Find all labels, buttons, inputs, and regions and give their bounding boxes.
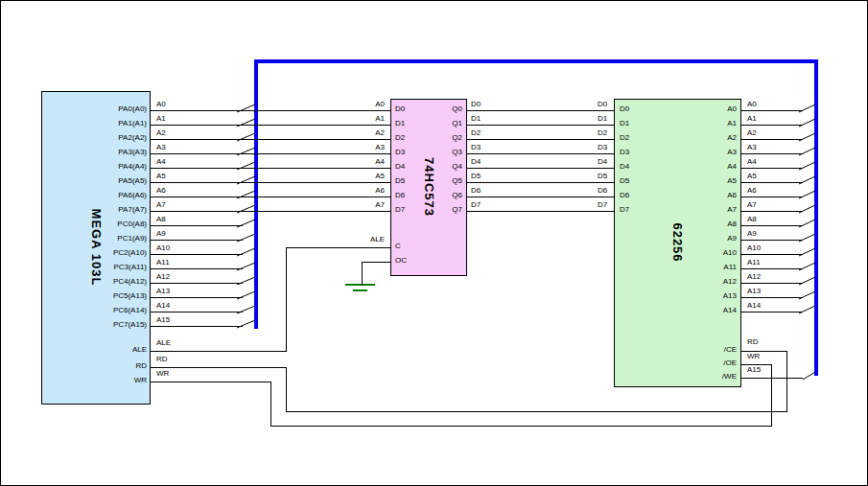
wire-label: A3 <box>747 144 757 151</box>
wire-label: A2 <box>747 129 757 137</box>
wire-label: A4 <box>156 158 166 166</box>
wire-label: D5 <box>598 173 607 180</box>
wire <box>151 211 390 212</box>
wire <box>151 268 243 269</box>
pin-label: PC7(A15) <box>70 321 147 329</box>
wire-label: A9 <box>747 230 757 238</box>
pin-label: A13 <box>660 292 737 300</box>
wire-label: D1 <box>471 115 481 123</box>
wire-label: D0 <box>598 101 607 108</box>
wire-label: D7 <box>471 201 481 209</box>
wire <box>741 268 803 269</box>
wire-label: A10 <box>156 244 170 252</box>
wire <box>741 168 803 169</box>
wire-label: A15 <box>156 316 170 324</box>
pin-label: Q1 <box>386 120 462 127</box>
wire <box>151 197 390 197</box>
wire-label: RD <box>747 338 759 346</box>
wire <box>741 110 803 111</box>
wire-label: A11 <box>156 259 170 266</box>
wire-label: RD <box>156 356 168 363</box>
wire-label: A4 <box>308 158 385 166</box>
wire <box>151 351 287 352</box>
wire <box>151 382 270 382</box>
pin-label: PA7(A7) <box>70 206 147 214</box>
wire-label: D2 <box>471 129 481 137</box>
wire <box>467 125 614 126</box>
pin-label: ALE <box>70 346 147 354</box>
schematic-canvas: MEGA 103LPA0(A0)PA1(A1)PA2(A2)PA3(A3)PA4… <box>0 0 868 486</box>
pin-label: PC2(A10) <box>70 249 147 257</box>
wire <box>741 240 803 241</box>
pin-label: A2 <box>660 134 737 142</box>
pin-label: A7 <box>660 206 737 214</box>
wire-label: WR <box>156 370 169 378</box>
pin-label: Q6 <box>386 192 462 199</box>
wire <box>286 247 391 248</box>
wire-label: A8 <box>747 216 757 223</box>
wire-label: A13 <box>156 288 170 295</box>
pin-label: A10 <box>660 249 737 257</box>
pin-label: /OE <box>660 359 737 367</box>
wire-label: A1 <box>747 115 757 123</box>
wire <box>741 378 803 379</box>
pin-label: A8 <box>660 220 737 228</box>
pin-label: OC <box>395 257 407 265</box>
wire <box>362 262 363 286</box>
wire-label: A0 <box>156 101 166 108</box>
pin-label: A11 <box>660 264 737 271</box>
wire <box>362 262 391 263</box>
pin-label: A6 <box>660 192 737 199</box>
pin-label: Q5 <box>386 177 462 185</box>
pin-label: D3 <box>620 149 629 156</box>
wire-label: A11 <box>747 259 761 266</box>
pin-label: /WE <box>660 373 737 381</box>
wire <box>786 351 787 412</box>
wire <box>286 367 287 412</box>
wire <box>467 110 614 111</box>
wire-label: A8 <box>156 216 166 223</box>
wire-label: A6 <box>156 187 166 195</box>
wire-label: D3 <box>598 144 607 151</box>
wire <box>741 225 803 226</box>
wire <box>270 382 271 427</box>
pin-label: D1 <box>620 120 629 127</box>
wire <box>151 240 243 241</box>
wire-label: A3 <box>308 144 385 151</box>
wire-label: A12 <box>156 273 170 281</box>
pin-label: A14 <box>660 307 737 314</box>
wire <box>741 211 803 212</box>
pin-label: D0 <box>620 105 629 113</box>
wire <box>151 367 287 368</box>
wire-label: WR <box>747 353 760 360</box>
pin-label: PC5(A13) <box>70 292 147 300</box>
wire <box>741 254 803 255</box>
pin-label: A1 <box>660 120 737 127</box>
wire <box>467 182 614 183</box>
pin-label: A5 <box>660 177 737 185</box>
wire <box>741 139 803 140</box>
wire-label: A1 <box>156 115 166 123</box>
wire <box>741 153 803 154</box>
wire <box>741 297 803 298</box>
wire-label: D4 <box>598 158 607 166</box>
wire <box>151 283 243 284</box>
wire-label: A14 <box>747 302 761 310</box>
wire-label: A10 <box>747 244 761 252</box>
wire-label: A9 <box>156 230 166 238</box>
bus-tap-diagonal <box>803 372 815 380</box>
pin-label: Q7 <box>386 206 462 214</box>
wire-label: A6 <box>747 187 757 195</box>
wire-label: A0 <box>308 101 385 108</box>
wire <box>151 326 243 327</box>
wire-label: A2 <box>308 129 385 137</box>
wire <box>467 139 614 140</box>
wire-label: D3 <box>471 144 481 151</box>
wire <box>151 153 390 154</box>
wire <box>771 364 772 427</box>
wire-label: D7 <box>598 201 607 209</box>
wire-label: A14 <box>156 302 170 310</box>
pin-label: WR <box>70 377 147 384</box>
wire <box>741 182 803 183</box>
pin-label: PC1(A9) <box>70 235 147 243</box>
